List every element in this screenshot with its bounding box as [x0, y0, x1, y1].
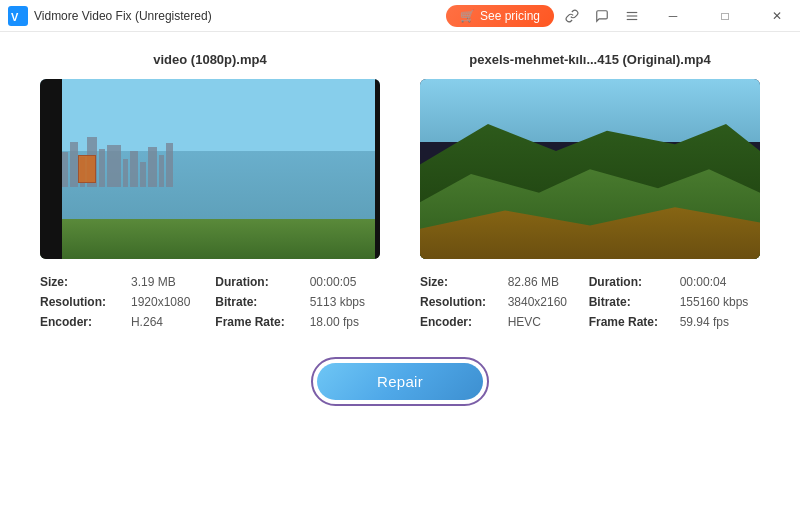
link-icon-button[interactable]: [560, 4, 584, 28]
minimize-icon: ─: [669, 9, 678, 23]
left-video-panel: video (1080p).mp4: [40, 52, 380, 329]
main-content: video (1080p).mp4: [0, 32, 800, 426]
right-encoder-label: Encoder:: [420, 315, 498, 329]
left-video-thumbnail: [40, 79, 380, 259]
right-resolution-value: 3840x2160: [508, 295, 579, 309]
right-video-meta: Size: 82.86 MB Duration: 00:00:04 Resolu…: [420, 275, 760, 329]
app-logo: V: [8, 6, 28, 26]
svg-text:V: V: [11, 11, 19, 23]
right-size-value: 82.86 MB: [508, 275, 579, 289]
maximize-button[interactable]: □: [702, 0, 748, 32]
see-pricing-button[interactable]: 🛒 See pricing: [446, 5, 554, 27]
right-duration-value: 00:00:04: [680, 275, 760, 289]
repair-button[interactable]: Repair: [317, 363, 483, 400]
cart-icon: 🛒: [460, 9, 475, 23]
right-encoder-value: HEVC: [508, 315, 579, 329]
close-icon: ✕: [772, 9, 782, 23]
orange-square: [78, 155, 96, 183]
videos-row: video (1080p).mp4: [40, 52, 760, 329]
left-encoder-label: Encoder:: [40, 315, 121, 329]
minimize-button[interactable]: ─: [650, 0, 696, 32]
titlebar: V Vidmore Video Fix (Unregistered) 🛒 See…: [0, 0, 800, 32]
chat-icon-button[interactable]: [590, 4, 614, 28]
left-resolution-label: Resolution:: [40, 295, 121, 309]
right-bitrate-label: Bitrate:: [589, 295, 670, 309]
right-video-thumbnail: [420, 79, 760, 259]
left-bitrate-value: 5113 kbps: [310, 295, 380, 309]
right-size-label: Size:: [420, 275, 498, 289]
right-duration-label: Duration:: [589, 275, 670, 289]
left-size-label: Size:: [40, 275, 121, 289]
mountain-body: [420, 124, 760, 259]
right-resolution-label: Resolution:: [420, 295, 498, 309]
left-encoder-value: H.264: [131, 315, 205, 329]
left-video-title: video (1080p).mp4: [40, 52, 380, 67]
titlebar-actions: 🛒 See pricing ─ □ ✕: [446, 0, 800, 32]
left-video-meta: Size: 3.19 MB Duration: 00:00:05 Resolut…: [40, 275, 380, 329]
left-bitrate-label: Bitrate:: [215, 295, 299, 309]
left-framerate-label: Frame Rate:: [215, 315, 299, 329]
right-video-panel: pexels-mehmet-kılı...415 (Original).mp4 …: [420, 52, 760, 329]
menu-icon-button[interactable]: [620, 4, 644, 28]
maximize-icon: □: [721, 9, 728, 23]
right-framerate-label: Frame Rate:: [589, 315, 670, 329]
left-resolution-value: 1920x1080: [131, 295, 205, 309]
right-bitrate-value: 155160 kbps: [680, 295, 760, 309]
left-framerate-value: 18.00 fps: [310, 315, 380, 329]
grass-area: [62, 219, 375, 259]
repair-section: Repair: [40, 357, 760, 406]
close-button[interactable]: ✕: [754, 0, 800, 32]
see-pricing-label: See pricing: [480, 9, 540, 23]
left-duration-value: 00:00:05: [310, 275, 380, 289]
repair-button-wrapper: Repair: [311, 357, 489, 406]
city-skyline: [62, 137, 375, 187]
right-framerate-value: 59.94 fps: [680, 315, 760, 329]
right-video-title: pexels-mehmet-kılı...415 (Original).mp4: [420, 52, 760, 67]
left-duration-label: Duration:: [215, 275, 299, 289]
left-size-value: 3.19 MB: [131, 275, 205, 289]
